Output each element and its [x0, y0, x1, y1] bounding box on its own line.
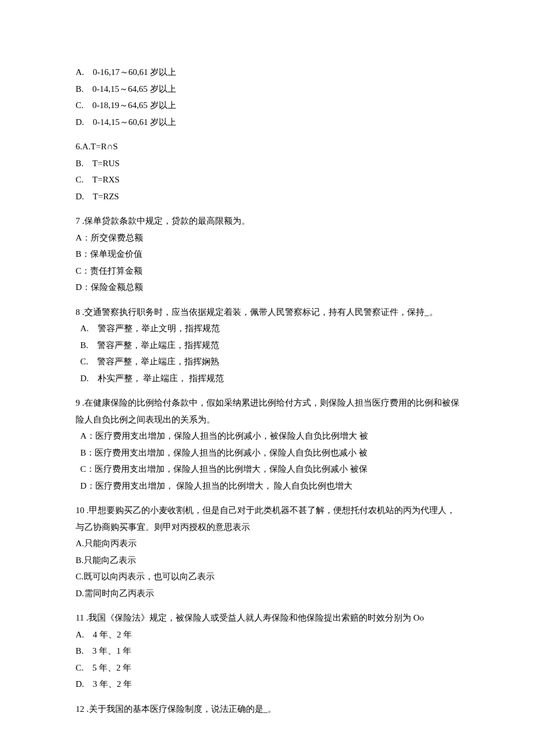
- option-c: C.既可以向丙表示，也可以向乙表示: [76, 568, 459, 585]
- question-7: 7 .保单贷款条款中规定，贷款的最高限额为。 A：所交保费总额 B：保单现金价值…: [76, 213, 459, 296]
- option-b: B：医疗费用支出增加，保险人担当的比例减小，保险人自负比例也减小 被: [76, 445, 459, 461]
- option-b: B：保单现金价值: [76, 246, 459, 263]
- option-a: A：医疗费用支出增加，保险人担当的比例减小，被保险人自负比例增大 被: [76, 428, 459, 445]
- option-d: D.需同时向乙丙表示: [76, 585, 459, 602]
- option-a: A. 0-16,17～60,61 岁以上: [76, 64, 459, 81]
- question-5-partial: A. 0-16,17～60,61 岁以上 B. 0-14,15～64,65 岁以…: [76, 64, 459, 130]
- question-9: 9 .在健康保险的比例给付条款中，假如采纳累进比例给付方式，则保险人担当医疗费用…: [76, 395, 459, 494]
- option-c: C：医疗费用支出增加，保险人担当的比例增大，保险人自负比例减小 被保: [76, 461, 459, 478]
- option-d: D. 朴实严整， 举止端庄， 指挥规范: [76, 370, 459, 387]
- option-a: A. 警容严整，举止文明，指挥规范: [76, 320, 459, 337]
- option-c: C. 0-18,19～64,65 岁以上: [76, 97, 459, 114]
- question-stem: 9 .在健康保险的比例给付条款中，假如采纳累进比例给付方式，则保险人担当医疗费用…: [76, 395, 459, 428]
- question-6: 6.A.T=R∩S B. T=RUS C. T=RXS D. T=RZS: [76, 138, 459, 205]
- option-d: D. 3 年、2 年: [76, 676, 459, 693]
- option-b: B.只能向乙表示: [76, 552, 459, 569]
- question-stem: 11 .我国《保险法》规定，被保险人或受益人就人寿保险和他保险提出索赔的时效分别…: [76, 610, 459, 626]
- option-a: A. 4 年、2 年: [76, 626, 459, 643]
- option-d: D. T=RZS: [76, 188, 459, 205]
- question-12: 12 .关于我国的基本医疗保险制度，说法正确的是_。: [76, 701, 459, 718]
- question-stem: 8 .交通警察执行职务时，应当依据规定着装，佩带人民警察标记，持有人民警察证件，…: [76, 304, 459, 321]
- option-a: A.只能向丙表示: [76, 535, 459, 552]
- question-stem: 12 .关于我国的基本医疗保险制度，说法正确的是_。: [76, 701, 459, 718]
- question-11: 11 .我国《保险法》规定，被保险人或受益人就人寿保险和他保险提出索赔的时效分别…: [76, 610, 459, 693]
- option-b: B. 警容严整，举止端庄，指挥规范: [76, 337, 459, 354]
- question-10: 10 .甲想要购买乙的小麦收割机，但是自己对于此类机器不甚了解，便想托付农机站的…: [76, 502, 459, 601]
- question-8: 8 .交通警察执行职务时，应当依据规定着装，佩带人民警察标记，持有人民警察证件，…: [76, 304, 459, 387]
- option-b: B. T=RUS: [76, 155, 459, 172]
- option-c: C. T=RXS: [76, 171, 459, 188]
- option-d: D：保险金额总额: [76, 279, 459, 296]
- option-b: B. 0-14,15～64,65 岁以上: [76, 81, 459, 98]
- option-c: C. 5 年、2 年: [76, 660, 459, 676]
- question-stem: 6.A.T=R∩S: [76, 138, 459, 155]
- option-a: A：所交保费总额: [76, 230, 459, 246]
- option-d: D：医疗费用支出增加， 保险人担当的比例增大， 险人自负比例也增大: [76, 478, 459, 495]
- option-d: D. 0-14,15～60,61 岁以上: [76, 114, 459, 131]
- option-b: B. 3 年、1 年: [76, 643, 459, 660]
- question-stem: 7 .保单贷款条款中规定，贷款的最高限额为。: [76, 213, 459, 230]
- option-c: C：责任打算金额: [76, 263, 459, 280]
- option-c: C. 警容严整，举止端庄，指挥娴熟: [76, 353, 459, 370]
- question-stem: 10 .甲想要购买乙的小麦收割机，但是自己对于此类机器不甚了解，便想托付农机站的…: [76, 502, 459, 535]
